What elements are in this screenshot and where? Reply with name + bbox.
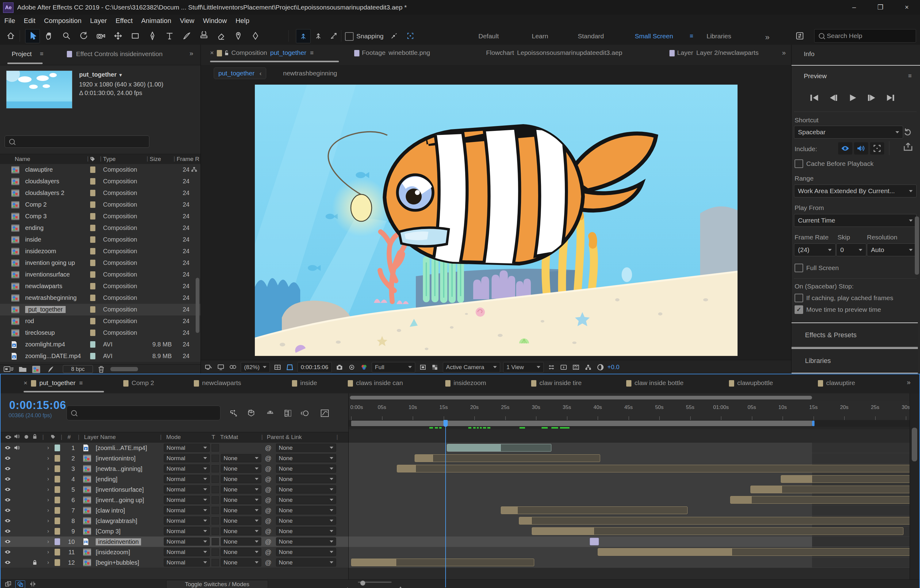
first-frame-button[interactable]	[808, 93, 821, 102]
layer-pickwhip-icon[interactable]: @	[265, 486, 271, 493]
include-video-icon[interactable]	[838, 142, 852, 155]
maximize-button[interactable]: ❐	[867, 0, 894, 15]
layer-trkmat-dropdown[interactable]: None	[221, 527, 261, 535]
layer-trkmat-dropdown[interactable]: None	[221, 475, 261, 483]
layer-parent-dropdown[interactable]: None	[276, 558, 336, 567]
play-button[interactable]	[846, 93, 858, 102]
layer-mode-dropdown[interactable]: Normal	[164, 475, 210, 483]
view-layout-dropdown[interactable]: 1 View	[503, 362, 544, 373]
range-dropdown[interactable]: Work Area Extended By Current...	[794, 184, 917, 197]
layer-name[interactable]: [insidezoom]	[96, 549, 130, 556]
graph-editor-icon[interactable]	[319, 408, 330, 418]
play-from-dropdown[interactable]: Current Time	[794, 214, 917, 227]
layer-t-switch[interactable]	[212, 444, 219, 452]
close-tab-icon[interactable]: ×	[210, 49, 214, 56]
column-parent-link[interactable]: Parent & Link	[267, 434, 302, 441]
project-item-label-chip[interactable]	[90, 341, 96, 348]
layer-bar-in-handle[interactable]	[532, 528, 594, 535]
project-item-label-chip[interactable]	[90, 353, 96, 359]
layer-label-chip[interactable]	[55, 507, 60, 514]
column-number[interactable]: #	[68, 434, 71, 441]
workspaces-overflow-icon[interactable]: »	[765, 32, 769, 42]
layer-name[interactable]: [inventionsurface]	[96, 486, 144, 493]
project-list-header[interactable]: Name Type Size Frame R || ||	[0, 154, 201, 164]
zoom-tool[interactable]	[60, 29, 74, 43]
menu-help[interactable]: Help	[231, 17, 254, 25]
rotate-tool[interactable]	[77, 29, 91, 43]
layer-bar-in-handle[interactable]	[781, 475, 812, 483]
layer-trkmat-dropdown[interactable]: None	[221, 496, 261, 504]
project-item-name[interactable]: newtrashbeginning	[25, 294, 77, 301]
label-column-icon[interactable]	[89, 156, 96, 162]
layer-parent-dropdown[interactable]: None	[276, 485, 336, 494]
project-item-name[interactable]: cloudslayers 2	[25, 189, 65, 197]
project-item-label-chip[interactable]	[90, 260, 96, 266]
layer-trkmat-dropdown[interactable]: None	[221, 538, 261, 546]
layer-visibility-icon[interactable]	[4, 466, 11, 472]
layer-visibility-icon[interactable]	[4, 560, 11, 565]
pan-behind-tool[interactable]	[111, 29, 125, 43]
project-item-row[interactable]: zoomlight.mp4AVI9.8 MB24	[0, 339, 201, 351]
layer-bar-in-handle[interactable]	[397, 465, 416, 472]
project-item-row[interactable]: tirecloseupComposition24	[0, 327, 201, 339]
workspace-learn[interactable]: Learn	[532, 32, 548, 40]
project-item-name[interactable]: zoomlight.mp4	[25, 341, 65, 348]
layer-pickwhip-icon[interactable]: @	[265, 444, 271, 452]
layer-mode-dropdown[interactable]: Normal	[164, 538, 210, 546]
layer-mode-dropdown[interactable]: Normal	[164, 485, 210, 494]
fast-previews-icon[interactable]	[559, 363, 568, 372]
zoom-out-mountain-icon[interactable]	[346, 582, 349, 588]
project-item-row[interactable]: newtrashbeginningComposition24	[0, 292, 201, 304]
layer-name[interactable]: [begin+bubbles]	[96, 559, 139, 566]
home-tool[interactable]	[4, 29, 18, 43]
play-cached-frames-checkbox[interactable]	[795, 294, 803, 302]
project-item-row[interactable]: endingComposition24	[0, 222, 201, 234]
project-item-row[interactable]: cloudslayers 2Composition24	[0, 187, 201, 199]
primary-viewer-icon[interactable]	[216, 363, 225, 372]
project-item-name[interactable]: Comp 2	[25, 201, 47, 208]
timeline-tab-Comp-2[interactable]: Comp 2	[123, 379, 154, 386]
layer-t-switch[interactable]	[212, 538, 219, 545]
composition-mini-flowchart-icon[interactable]	[228, 408, 238, 418]
project-item-name[interactable]: tirecloseup	[25, 329, 55, 336]
column-layer-name[interactable]: Layer Name	[84, 434, 116, 441]
layer-track-row[interactable]	[349, 464, 910, 474]
project-item-name[interactable]: ending	[25, 225, 44, 231]
workspace-settings-icon[interactable]	[793, 29, 807, 43]
layer-expand-arrow[interactable]: ›	[47, 497, 49, 503]
project-item-label-chip[interactable]	[90, 330, 96, 336]
breadcrumb-back-icon[interactable]: ‹	[259, 69, 262, 77]
shortcut-dropdown[interactable]: Spacebar	[794, 126, 903, 139]
cache-before-playback-checkbox[interactable]	[795, 160, 803, 168]
layer-label-chip[interactable]	[55, 486, 60, 493]
layer-pickwhip-icon[interactable]: @	[265, 475, 271, 483]
work-area-end-handle[interactable]	[812, 421, 815, 426]
layer-row[interactable]: ›3[newtra...ginning]NormalNone@None	[1, 464, 348, 474]
layer-bar-in-handle[interactable]	[598, 548, 732, 556]
effects-presets-panel[interactable]: Effects & Presets	[792, 323, 918, 348]
channel-icon[interactable]	[360, 363, 369, 372]
layer-mode-dropdown[interactable]: Normal	[164, 464, 210, 473]
layer-track-row[interactable]	[349, 505, 910, 516]
menu-file[interactable]: File	[0, 17, 19, 25]
workspace-default[interactable]: Default	[478, 32, 499, 40]
layer-mode-dropdown[interactable]: Normal	[164, 444, 210, 452]
zoom-level-dropdown[interactable]: (82%)	[241, 362, 270, 373]
project-item-row[interactable]: zoomlig...DATE.mp4AVI8.9 MB24	[0, 351, 201, 362]
menu-animation[interactable]: Animation	[137, 17, 176, 25]
mask-feather-tool[interactable]	[248, 29, 262, 43]
project-item-row[interactable]: insideComposition24	[0, 234, 201, 246]
work-area-bar[interactable]	[351, 421, 812, 426]
viewer-tab-composition[interactable]: ×Compositionput_together≡	[210, 49, 345, 57]
layer-lock-icon[interactable]	[32, 560, 37, 566]
column-name[interactable]: Name	[15, 156, 30, 163]
layer-parent-dropdown[interactable]: None	[276, 454, 336, 462]
timeline-tab-claw-inside-tire[interactable]: claw inside tire	[531, 379, 582, 386]
viewer-tab-layer[interactable]: LayerLayer 2/newclawparts	[669, 49, 780, 57]
layer-row[interactable]: ›1[zoomli...ATE.mp4]Normal@None	[1, 443, 348, 454]
clone-stamp-tool[interactable]	[197, 29, 211, 43]
project-item-label-chip[interactable]	[90, 166, 96, 173]
libraries-panel[interactable]: Libraries	[792, 348, 918, 373]
breadcrumb-previous[interactable]: newtrashbeginning	[283, 69, 337, 77]
project-item-row[interactable]: inventionsurfaceComposition24	[0, 269, 201, 281]
